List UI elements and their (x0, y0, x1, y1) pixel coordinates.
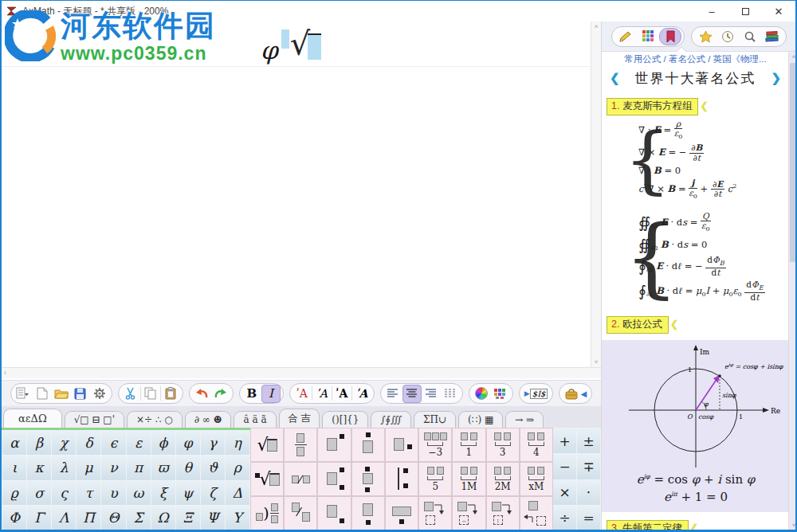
align-right-button[interactable] (422, 385, 441, 403)
template-button-mixed[interactable]: ) (250, 496, 284, 530)
breadcrumb[interactable]: 常用公式 / 著名公式 / 英国《物理... (602, 53, 789, 65)
operator-button[interactable]: + (553, 428, 576, 453)
paste-button[interactable] (161, 385, 180, 403)
formula-library-button[interactable] (659, 28, 681, 45)
symbol-tab-10[interactable]: (∷) ▦ (458, 411, 503, 428)
greek-symbol-button[interactable]: ρ (226, 456, 249, 479)
close-button[interactable]: ✕ (762, 1, 795, 22)
align-center-button[interactable] (402, 385, 422, 403)
copy-button[interactable] (141, 385, 160, 403)
scroll-up-icon[interactable]: ˄ (789, 52, 797, 61)
history-button[interactable] (717, 28, 739, 45)
greek-symbol-button[interactable]: ζ (201, 481, 225, 505)
color-wheel-button[interactable] (472, 385, 491, 403)
equation-line[interactable]: c2∇ × B = jε0 + ∂E∂t c2 (638, 178, 736, 200)
operator-button[interactable]: ∓ (577, 454, 600, 479)
greek-symbol-button[interactable]: η (226, 431, 249, 455)
template-button-arrow2[interactable]: ↔ (452, 496, 485, 530)
scroll-down-icon[interactable]: ˅ (591, 358, 601, 366)
template-button-over[interactable] (351, 428, 385, 462)
template-button-space[interactable]: 1M (452, 462, 485, 496)
maxwell-integral-equations[interactable]: { ∯∂Ω E · ds = Qε0∯∂Ω B · ds = 0∮∂Σ E · … (624, 207, 790, 307)
template-button-nthroot[interactable]: √ (250, 462, 284, 496)
template-button-space[interactable]: xM (520, 462, 553, 496)
menu-button[interactable] (14, 385, 33, 403)
greek-symbol-button[interactable]: ψ (176, 481, 200, 505)
template-button-sup[interactable] (317, 428, 351, 462)
greek-symbol-button[interactable]: ε (127, 431, 151, 455)
maximize-button[interactable] (728, 1, 762, 22)
minimize-button[interactable]: – (695, 1, 728, 22)
greek-symbol-button[interactable]: ϵ (101, 431, 125, 455)
align-left-button[interactable] (383, 385, 402, 403)
library-books-button[interactable] (761, 28, 783, 45)
greek-symbol-button[interactable]: ϱ (2, 481, 26, 505)
template-button-under[interactable] (351, 496, 385, 530)
symbol-palette-button[interactable] (637, 28, 659, 45)
greek-symbol-button[interactable]: ξ (151, 481, 175, 505)
new-document-button[interactable] (33, 385, 52, 403)
color-palette-button[interactable] (491, 385, 510, 403)
style-bold-button[interactable]: ʹA (332, 385, 351, 403)
operator-button[interactable]: × (553, 480, 576, 505)
template-button-right[interactable] (385, 428, 418, 462)
operator-button[interactable]: ± (577, 428, 600, 453)
template-button-space[interactable]: −3 (418, 428, 452, 462)
equation-line[interactable]: ∯∂Ω B · ds = 0 (638, 236, 765, 253)
greek-symbol-button[interactable]: Δ (226, 481, 249, 505)
greek-symbol-button[interactable]: α (2, 431, 26, 455)
search-button[interactable] (739, 28, 761, 45)
greek-symbol-button[interactable]: μ (77, 456, 100, 479)
inline-math-toggle[interactable]: ▶ $I$ (522, 385, 551, 403)
symbol-tab-5[interactable]: â ä ã (234, 411, 276, 428)
operator-button[interactable]: ⋅ (577, 480, 600, 505)
style-bold-italic-button[interactable]: ʹA (352, 385, 371, 403)
equation-line[interactable]: ∮∂Σ E · dℓ = − dΦBdt (638, 256, 765, 277)
equation-line[interactable]: ∇ · E = ρε0 (638, 119, 736, 141)
greek-symbol-button[interactable]: ϑ (201, 456, 225, 479)
template-button-arrow3[interactable]: ↕ (486, 496, 520, 530)
phi-symbol[interactable]: φ (261, 36, 278, 65)
scrollbar-thumb[interactable] (790, 63, 797, 262)
greek-symbol-button[interactable]: π (127, 456, 151, 479)
editor-horizontal-scrollbar[interactable]: ‹ (2, 367, 601, 378)
greek-symbol-button[interactable]: ω (127, 481, 151, 505)
symbol-tab-3[interactable]: ×÷ ∴ ○ (127, 411, 183, 428)
greek-symbol-button[interactable]: ι (2, 456, 26, 479)
editor-canvas[interactable]: φ √ ˄˅ ‹ (2, 22, 601, 378)
template-button-slash[interactable]: ∕ (284, 462, 317, 496)
equation-line[interactable]: ∇ · B = 0 (638, 165, 736, 176)
template-button-space[interactable]: 1 (452, 428, 485, 462)
greek-symbol-button[interactable]: τ (77, 481, 100, 505)
style-text-button[interactable]: ʹA (312, 385, 332, 403)
euler-formula-block[interactable]: Im Re 1 1 O φ sinφ cosφ eiφ = cosφ + isi… (602, 340, 790, 512)
formula-being-edited[interactable]: φ √ (261, 26, 321, 71)
greek-symbol-button[interactable]: ϕ (151, 431, 175, 455)
greek-symbol-button[interactable]: Ξ (176, 506, 200, 530)
save-button[interactable] (71, 385, 90, 403)
greek-symbol-button[interactable]: Π (77, 506, 100, 530)
greek-symbol-button[interactable]: ς (52, 481, 76, 505)
redo-button[interactable] (211, 385, 230, 403)
symbol-tab-7[interactable]: ()[]{} (322, 411, 368, 428)
prev-page-button[interactable]: ❮ (610, 71, 620, 85)
symbol-tab-4[interactable]: ∂ ∞ ☻ (185, 411, 232, 428)
radical-index-slot[interactable] (281, 29, 289, 49)
template-button-arrowup[interactable] (520, 496, 553, 530)
scroll-up-icon[interactable]: ˄ (591, 22, 601, 30)
template-button-space[interactable]: 3 (486, 428, 520, 462)
greek-symbol-button[interactable]: Ω (151, 506, 175, 530)
radicand-slot[interactable] (308, 33, 321, 60)
symbol-tab-2[interactable]: √□ ⊟ □' (65, 411, 124, 428)
equation-line[interactable]: ∯∂Ω E · ds = Qε0 (638, 212, 765, 233)
cut-button[interactable] (121, 385, 140, 403)
symbol-tab-1[interactable]: αεΔΩ (3, 409, 62, 428)
template-button-wideunder[interactable] (385, 496, 418, 530)
align-justify-button[interactable] (441, 385, 460, 403)
template-button-supsub[interactable] (317, 462, 351, 496)
equation-line[interactable]: ∮∂Σ B · dℓ = μ0I + μ0ε0 dΦEdt (638, 280, 765, 302)
scroll-down-icon[interactable]: ˅ (789, 522, 797, 529)
symbol-tab-11[interactable]: → ⇒ (505, 411, 544, 428)
operator-button[interactable]: = (577, 506, 600, 530)
favorites-button[interactable] (694, 28, 717, 45)
